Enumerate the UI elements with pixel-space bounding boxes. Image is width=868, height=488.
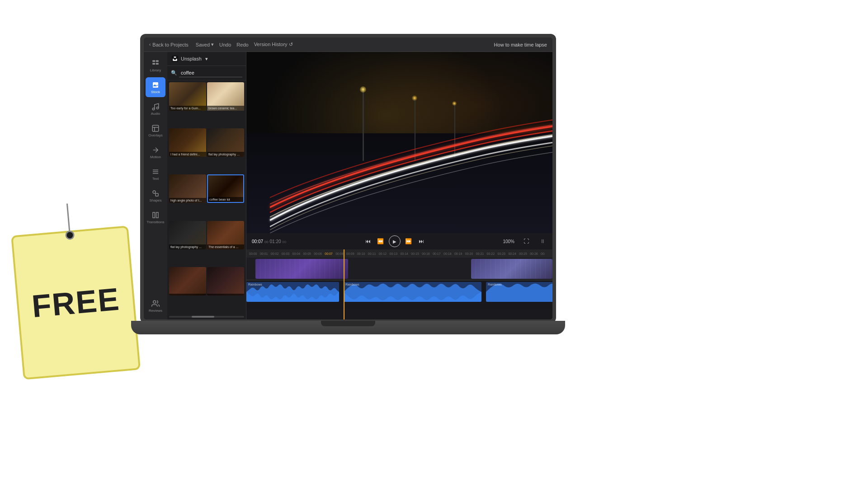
ruler-mark: 00:24 [507,252,518,255]
ruler-mark: 00:20 [464,252,475,255]
search-icon: 🔍 [171,70,177,76]
rewind-button[interactable]: ⏪ [376,237,385,246]
saved-label: Saved [196,42,210,47]
sidebar-icons: Library Stock Audio Overlays Motion [144,52,167,319]
svg-rect-6 [152,125,159,131]
ruler-mark: 00:25 [518,252,529,255]
clip-segment [255,259,348,279]
image-thumb-4[interactable]: flat lay photography ... [207,128,244,157]
unsplash-icon [172,56,178,62]
sidebar-item-overlays[interactable]: Overlays [146,121,165,141]
back-chevron-icon: ‹ [149,42,151,47]
skip-to-end-button[interactable]: ⏭ [417,237,426,246]
ruler-mark: 00:09 [345,252,356,255]
sidebar-item-shapes[interactable]: Shapes [146,186,165,206]
clip-segment [471,259,552,279]
back-label: Back to Projects [152,42,188,47]
audio-track[interactable]: Rainbows Rainbows [246,280,552,310]
ruler-mark: 00:13 [389,252,400,255]
image-thumb-7[interactable]: flat lay photography ... [169,221,206,249]
saved-indicator: Saved ▾ [196,42,214,47]
audio-clip-2[interactable]: Rainbows [344,282,481,302]
audio-label-3: Rainbows [488,283,502,286]
ruler-mark: 00:02 [270,252,281,255]
laptop-notch [321,321,375,326]
ruler-mark: 00:26 [529,252,540,255]
image-caption-10 [207,294,244,296]
text-icon [151,168,160,176]
version-history-button[interactable]: Version History ↺ [254,42,293,47]
sidebar-item-audio[interactable]: Audio [146,99,165,119]
image-caption-3: I had a friend defini... [169,152,206,157]
overlays-label: Overlays [148,133,163,137]
video-track[interactable] [246,258,552,280]
video-clip-2[interactable] [471,259,552,279]
version-history-icon: ↺ [289,42,293,47]
image-thumb-5[interactable]: high angle photo of t... [169,174,206,203]
svg-point-9 [153,300,156,303]
ruler-mark: 00:17 [432,252,443,255]
provider-name: Unsplash [181,56,202,61]
top-bar-actions: Saved ▾ Undo Redo Version History ↺ [196,42,293,47]
motion-label: Motion [150,155,161,159]
image-caption-7: flat lay photography ... [169,244,206,249]
stock-label: Stock [151,90,160,94]
sidebar-item-reviews[interactable]: Reviews [146,296,165,316]
library-label: Library [150,68,161,72]
video-clip-1[interactable] [255,259,348,279]
svg-rect-0 [152,60,155,62]
saved-dropdown-icon[interactable]: ▾ [211,42,214,47]
image-caption-4: flat lay photography ... [207,152,244,157]
image-thumb-2[interactable]: brown ceramic tea... [207,82,244,111]
shapes-icon [151,189,160,197]
svg-rect-3 [156,63,159,65]
ruler-mark: 00:23 [496,252,507,255]
svg-rect-10 [172,56,178,62]
undo-button[interactable]: Undo [219,42,231,47]
image-caption-9 [169,294,206,296]
sidebar-item-transitions[interactable]: Transitions [146,207,165,227]
image-thumb-8[interactable]: The essentials of a ... [207,221,244,249]
play-button[interactable]: ▶ [389,235,401,247]
skip-to-start-button[interactable]: ⏮ [363,237,373,246]
current-frames: 00 [264,240,269,244]
image-thumb-1[interactable]: Too early for a Guin... [169,82,206,111]
audio-clip-3[interactable]: Rainbows [486,282,552,302]
laptop-base [131,321,565,334]
search-input[interactable] [179,69,242,77]
image-thumb-10[interactable] [207,267,244,296]
stock-provider-header: Unsplash ▾ [167,52,246,66]
svg-point-7 [153,191,156,193]
provider-dropdown-icon[interactable]: ▾ [205,56,208,62]
svg-rect-8 [156,193,158,196]
ruler-mark: 00:12 [378,252,389,255]
image-thumb-6[interactable]: coffee bean lot [207,174,244,203]
sidebar-item-text[interactable]: Text [146,164,165,184]
audio-label: Audio [151,112,160,116]
image-caption-6: coffee bean lot [208,197,243,202]
fast-forward-button[interactable]: ⏩ [404,237,413,246]
timeline-tracks-wrapper: Rainbows Rainbows [246,258,552,319]
stock-icon [151,81,160,89]
image-thumb-9[interactable] [169,267,206,296]
timeline-playhead-ruler [344,249,344,258]
sidebar-item-library[interactable]: Library [146,56,165,75]
scroll-bar[interactable] [169,316,244,318]
ruler-mark: 00:06 [313,252,324,255]
playback-controls: ⏮ ⏪ ▶ ⏩ ⏭ [292,235,497,247]
audio-clip-1[interactable]: Rainbows [246,282,339,302]
redo-button[interactable]: Redo [236,42,248,47]
sidebar-item-motion[interactable]: Motion [146,142,165,162]
fullscreen-button[interactable]: ⛶ [524,238,529,244]
back-to-projects-button[interactable]: ‹ Back to Projects [149,42,189,47]
ruler-mark: 00:04 [292,252,302,255]
ruler-mark: 00:03 [281,252,292,255]
ruler-mark: 00:01 [259,252,270,255]
motion-icon [151,146,160,154]
timeline-ruler: 00:00 00:01 00:02 00:03 00:04 00:05 00:0… [246,249,552,258]
audio-waveform-2: Rainbows [344,282,481,302]
sidebar-item-stock[interactable]: Stock [146,77,165,97]
image-thumb-3[interactable]: I had a friend defini... [169,128,206,157]
transitions-label: Transitions [147,220,165,224]
project-title: How to make time lapse [494,42,547,47]
